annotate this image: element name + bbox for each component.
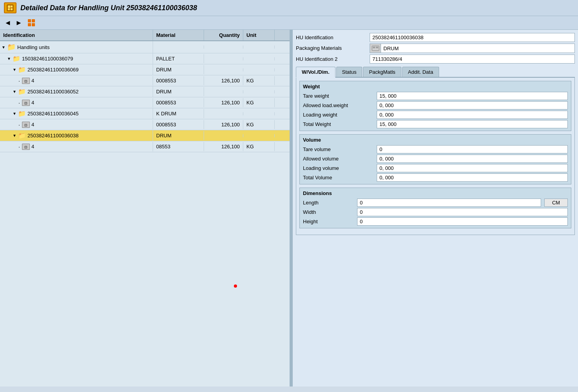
tab-status[interactable]: Status (336, 67, 363, 77)
grid-icon (27, 18, 36, 27)
tree-node-label: 250382461100036045 (27, 111, 78, 117)
col-identification: Identification (0, 30, 153, 40)
tree-node-label: 4 (31, 78, 34, 84)
width-value: 0 (357, 208, 568, 216)
tree-row-selected[interactable]: ▼ 📁 250382461100036038 DRUM (0, 130, 290, 141)
tree-header: Identification Material Quantity Unit (0, 30, 290, 41)
tab-content-wvol: Weight Tare weight 15, 000 Allowed load.… (296, 78, 575, 235)
tree-row[interactable]: ▼ 📁 250382461100036045 K DRUM (0, 108, 290, 119)
tree-cell-id: ▼ 📁 250382461100036052 (0, 86, 153, 97)
packaging-materials-label: Packaging Materials (296, 44, 366, 53)
tree-cell-qty (204, 134, 243, 137)
tare-weight-label: Tare weight (303, 92, 374, 100)
svg-rect-6 (373, 47, 375, 48)
tree-cell-unit (243, 112, 275, 115)
length-unit: CM (544, 199, 568, 207)
tree-cell-mat: DRUM (153, 131, 204, 140)
tree-row[interactable]: · ⊡ 4 0008553 126,100 KG (0, 75, 290, 86)
tree-row[interactable]: · ⊡ 4 08553 126,100 KG (0, 141, 290, 152)
page-title: Detailed Data for Handling Unit 25038246… (20, 4, 197, 12)
grid-view-button[interactable] (27, 18, 36, 27)
weight-section: Weight Tare weight 15, 000 Allowed load.… (299, 81, 571, 131)
tree-cell-mat: K DRUM (153, 109, 204, 118)
height-label: Height (303, 217, 354, 226)
collapse-icon[interactable]: ▼ (12, 89, 17, 95)
svg-rect-4 (11, 8, 13, 10)
tree-cell-mat: PALLET (153, 54, 204, 63)
left-panel: Identification Material Quantity Unit ▼ … (0, 30, 290, 387)
col-quantity: Quantity (204, 30, 243, 40)
tree-cell-qty (204, 112, 243, 115)
tree-cell-mat: 0008553 (153, 76, 204, 85)
tree-cell-qty: 126,100 (204, 120, 243, 129)
tree-node-label: 4 (31, 122, 34, 128)
bullet-icon: · (17, 101, 21, 105)
svg-rect-7 (376, 47, 378, 48)
folder-icon: 📁 (7, 43, 16, 51)
tree-cell-id: ▼ 📁 250382461100036045 (0, 108, 153, 119)
tree-row[interactable]: ▼ 📁 250382461100036069 DRUM (0, 64, 290, 75)
folder-icon: 📁 (18, 132, 26, 139)
tree-cell-qty: 126,100 (204, 142, 243, 151)
total-weight-value: 15, 000 (377, 120, 568, 128)
hu-identification-2-value: 711330286/4 (370, 55, 575, 64)
volume-section: Volume Tare volume 0 Allowed volume 0, 0… (299, 134, 571, 184)
svg-rect-1 (8, 5, 10, 8)
tree-cell-unit (243, 90, 275, 93)
hu-identification-label: HU Identification (296, 33, 366, 42)
volume-section-title: Volume (303, 137, 568, 143)
tabs-container: W/Vol./Dim. Status PackgMatls Addit. Dat… (296, 67, 575, 235)
tree-node-label: 150382461100036079 (22, 56, 73, 62)
allowed-load-weight-label: Allowed load.weight (303, 101, 374, 109)
height-value: 0 (357, 217, 568, 226)
folder-icon: 📁 (13, 55, 20, 62)
main-content: Identification Material Quantity Unit ▼ … (0, 30, 578, 387)
forward-icon: ► (15, 19, 22, 27)
hu-identification-value: 250382461100036038 (370, 33, 575, 42)
tree-cell-unit: KG (243, 142, 275, 151)
tree-row[interactable]: · ⊡ 4 0008553 126,100 KG (0, 97, 290, 108)
tree-cell-mat: 08553 (153, 142, 204, 151)
forward-button[interactable]: ► (14, 18, 24, 27)
dimensions-section-title: Dimensions (303, 190, 568, 196)
loading-volume-label: Loading volume (303, 164, 374, 172)
tree-row[interactable]: ▼ 📁 250382461100036052 DRUM (0, 86, 290, 97)
tree-row[interactable]: ▼ 📁 150382461100036079 PALLET (0, 53, 290, 64)
tab-wvol[interactable]: W/Vol./Dim. (296, 67, 335, 78)
tree-row[interactable]: ▼ 📁 Handling units (0, 41, 290, 53)
item-icon: ⊡ (22, 100, 30, 106)
collapse-icon[interactable]: ▼ (12, 111, 17, 117)
tabs-bar: W/Vol./Dim. Status PackgMatls Addit. Dat… (296, 67, 575, 78)
allowed-volume-value: 0, 000 (377, 155, 568, 163)
tree-cell-qty (204, 68, 243, 71)
info-section: HU Identification 250382461100036038 Pac… (296, 33, 575, 64)
tree-cell-qty (204, 57, 243, 60)
loading-volume-value: 0, 000 (377, 164, 568, 172)
collapse-icon[interactable]: ▼ (1, 44, 6, 50)
tare-volume-label: Tare volume (303, 145, 374, 153)
svg-rect-2 (11, 5, 13, 7)
tree-cell-id: · ⊡ 4 (0, 98, 153, 108)
length-label: Length (303, 199, 354, 207)
tree-cell-mat (153, 46, 204, 49)
tree-node-label: 250382461100036038 (27, 133, 78, 139)
folder-icon: 📁 (18, 66, 26, 73)
tab-addit[interactable]: Addit. Data (402, 67, 439, 77)
tree-node-label: 250382461100036052 (27, 89, 78, 95)
tree-body-wrapper: ▼ 📁 Handling units ▼ 📁 15038246110003607… (0, 41, 290, 152)
tree-row[interactable]: · ⊡ 4 0008553 126,100 KG (0, 119, 290, 130)
collapse-icon[interactable]: ▼ (12, 133, 17, 139)
tree-cell-id: ▼ 📁 Handling units (0, 41, 153, 53)
tree-cell-unit (243, 134, 275, 137)
collapse-icon[interactable]: ▼ (6, 56, 12, 62)
tree-cell-id: ▼ 📁 250382461100036069 (0, 64, 153, 75)
tree-cell-qty: 126,100 (204, 76, 243, 85)
tree-cell-unit (243, 46, 275, 49)
tab-packgmatls[interactable]: PackgMatls (363, 67, 401, 77)
tree-node-label: 4 (31, 100, 34, 106)
collapse-icon[interactable]: ▼ (12, 67, 17, 73)
back-button[interactable]: ◄ (3, 18, 13, 27)
tree-cell-id: ▼ 📁 250382461100036038 (0, 130, 153, 141)
tree-node-label: 250382461100036069 (27, 67, 78, 73)
tree-cell-id: · ⊡ 4 (0, 142, 153, 151)
